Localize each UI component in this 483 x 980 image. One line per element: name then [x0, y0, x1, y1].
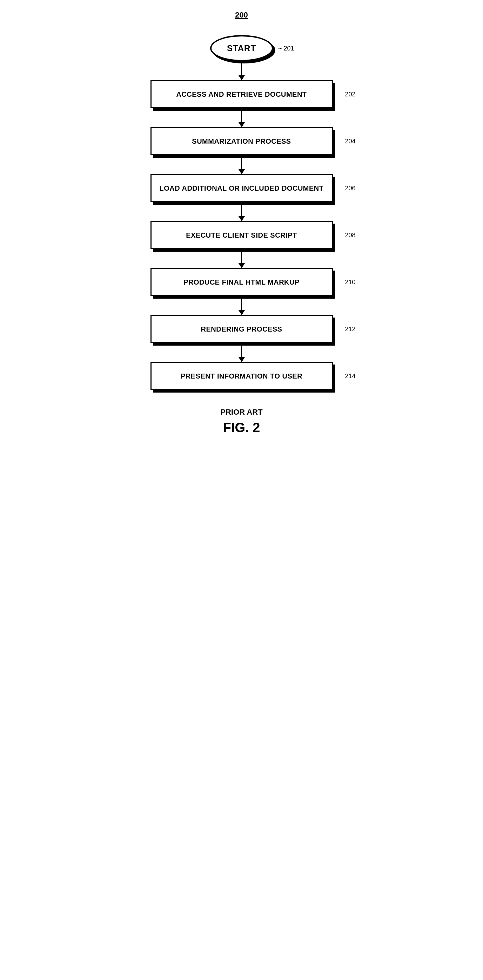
prior-art-label: PRIOR ART [220, 407, 262, 417]
step-214-wrapper: PRESENT INFORMATION TO USER 214 [150, 362, 333, 390]
figure-number: 200 [235, 11, 248, 20]
step-214-box: PRESENT INFORMATION TO USER [150, 362, 333, 390]
step-204-ref: 204 [345, 138, 355, 145]
step-212-ref: 212 [345, 326, 355, 333]
step-206-wrapper: LOAD ADDITIONAL OR INCLUDED DOCUMENT 206 [150, 174, 333, 202]
step-210-wrapper: PRODUCE FINAL HTML MARKUP 210 [150, 268, 333, 296]
step-210-box: PRODUCE FINAL HTML MARKUP [150, 268, 333, 296]
arrow-2 [239, 108, 245, 127]
step-206-box: LOAD ADDITIONAL OR INCLUDED DOCUMENT [150, 174, 333, 202]
step-202-box: ACCESS AND RETRIEVE DOCUMENT [150, 80, 333, 108]
flowchart: START ~ 201 ACCESS AND RETRIEVE DOCUMENT… [126, 35, 357, 390]
arrow-4 [239, 202, 245, 221]
step-202-wrapper: ACCESS AND RETRIEVE DOCUMENT 202 [150, 80, 333, 108]
step-208-box: EXECUTE CLIENT SIDE SCRIPT [150, 221, 333, 249]
arrow-5 [239, 249, 245, 268]
step-206-ref: 206 [345, 185, 355, 192]
step-204-wrapper: SUMMARIZATION PROCESS 204 [150, 127, 333, 155]
start-label: START [227, 43, 256, 53]
step-212-box: RENDERING PROCESS [150, 315, 333, 343]
step-204-box: SUMMARIZATION PROCESS [150, 127, 333, 155]
step-208-wrapper: EXECUTE CLIENT SIDE SCRIPT 208 [150, 221, 333, 249]
step-214-ref: 214 [345, 372, 355, 380]
arrow-3 [239, 155, 245, 174]
step-202-text: ACCESS AND RETRIEVE DOCUMENT [176, 90, 306, 99]
step-212-wrapper: RENDERING PROCESS 212 [150, 315, 333, 343]
step-206-text: LOAD ADDITIONAL OR INCLUDED DOCUMENT [159, 184, 324, 193]
step-202-ref: 202 [345, 91, 355, 98]
step-210-text: PRODUCE FINAL HTML MARKUP [183, 278, 300, 287]
start-ref: ~ 201 [278, 45, 294, 52]
arrow-7 [239, 343, 245, 362]
step-204-text: SUMMARIZATION PROCESS [192, 137, 291, 146]
arrow-6 [239, 296, 245, 315]
start-node: START [210, 35, 273, 61]
step-210-ref: 210 [345, 278, 355, 286]
step-208-text: EXECUTE CLIENT SIDE SCRIPT [186, 231, 297, 240]
step-212-text: RENDERING PROCESS [201, 325, 282, 334]
step-208-ref: 208 [345, 232, 355, 239]
footer: PRIOR ART FIG. 2 [220, 407, 262, 435]
start-node-wrapper: START ~ 201 [210, 35, 273, 61]
fig-label: FIG. 2 [223, 420, 260, 435]
step-214-text: PRESENT INFORMATION TO USER [181, 372, 302, 381]
diagram-container: 200 START ~ 201 ACCESS AND RETRIEVE DOCU… [119, 7, 365, 457]
arrow-1 [239, 61, 245, 80]
